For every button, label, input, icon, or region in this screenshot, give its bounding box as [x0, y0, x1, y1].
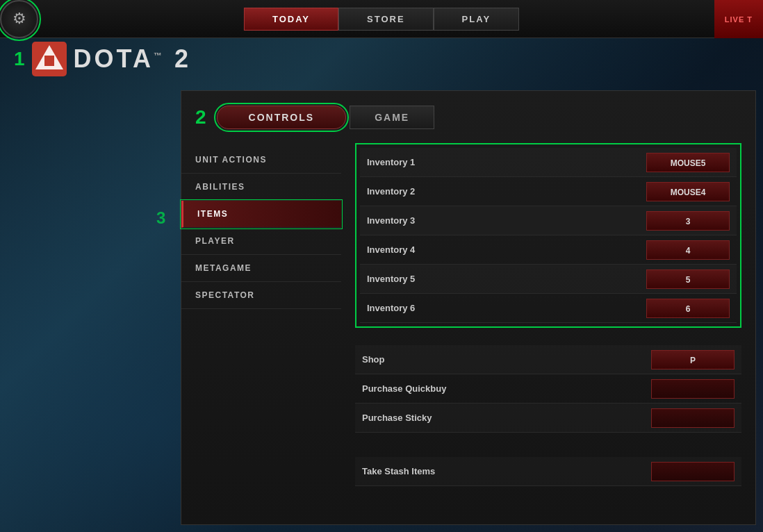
tab-bar: 2 CONTROLS GAME: [181, 91, 755, 133]
keybind-label-purchase-quickbuy: Purchase Quickbuy: [362, 383, 651, 394]
gear-icon: ⚙: [13, 10, 26, 28]
today-tab[interactable]: TODAY: [244, 8, 338, 31]
keybind-btn-inventory4[interactable]: 4: [646, 240, 730, 260]
keybind-label-inventory6: Inventory 6: [367, 303, 646, 313]
main-content: 2 CONTROLS GAME UNIT ACTIONS ABILITIES I…: [181, 90, 756, 525]
inventory-section: Inventory 1 MOUSE5 Inventory 2 MOUSE4 In…: [355, 143, 741, 328]
keybind-btn-purchase-quickbuy[interactable]: [651, 379, 735, 399]
keybind-btn-inventory2[interactable]: MOUSE4: [646, 182, 730, 201]
keybind-row-inventory6: Inventory 6 6: [360, 294, 737, 323]
keybind-label-inventory2: Inventory 2: [367, 186, 646, 197]
keybind-row-purchase-quickbuy: Purchase Quickbuy: [355, 374, 741, 404]
keybind-row-purchase-sticky: Purchase Sticky: [355, 404, 741, 433]
keybind-row-inventory1: Inventory 1 MOUSE5: [360, 148, 737, 177]
svg-rect-2: [44, 56, 54, 66]
keybind-btn-shop[interactable]: P: [651, 350, 735, 369]
nav-tabs: TODAY STORE PLAY: [244, 8, 519, 31]
keybind-row-inventory5: Inventory 5 5: [360, 265, 737, 294]
keybind-btn-take-stash[interactable]: [651, 462, 735, 481]
keybind-row-inventory4: Inventory 4 4: [360, 235, 737, 265]
sidebar-item-metagame[interactable]: METAGAME: [181, 255, 341, 282]
keybind-label-inventory1: Inventory 1: [367, 157, 646, 167]
shop-section: Shop P Purchase Quickbuy Purchase Sticky: [355, 345, 741, 433]
top-navigation: ⚙ TODAY STORE PLAY LIVE T: [0, 0, 763, 38]
sidebar-item-abilities[interactable]: ABILITIES: [181, 174, 341, 201]
right-panel: Inventory 1 MOUSE5 Inventory 2 MOUSE4 In…: [341, 140, 755, 524]
sidebar-item-unit-actions[interactable]: UNIT ACTIONS: [181, 147, 341, 174]
keybind-btn-inventory3[interactable]: 3: [646, 211, 730, 231]
game-tab[interactable]: GAME: [350, 106, 434, 129]
stash-section: Take Stash Items: [355, 457, 741, 486]
keybind-label-purchase-sticky: Purchase Sticky: [362, 413, 651, 423]
keybind-btn-inventory5[interactable]: 5: [646, 269, 730, 289]
keybind-btn-inventory1[interactable]: MOUSE5: [646, 153, 730, 172]
keybind-row-take-stash: Take Stash Items: [355, 457, 741, 486]
keybind-label-inventory4: Inventory 4: [367, 244, 646, 255]
content-body: UNIT ACTIONS ABILITIES ITEMS PLAYER META…: [181, 140, 755, 524]
logo-area: 1 DOTA™ 2: [14, 42, 191, 76]
keybind-label-shop: Shop: [362, 354, 651, 365]
left-sidebar: UNIT ACTIONS ABILITIES ITEMS PLAYER META…: [181, 140, 341, 524]
keybind-row-inventory3: Inventory 3 3: [360, 206, 737, 235]
keybind-label-take-stash: Take Stash Items: [362, 466, 651, 476]
controls-tab[interactable]: CONTROLS: [217, 106, 347, 129]
keybind-btn-inventory6[interactable]: 6: [646, 299, 730, 318]
sidebar-item-items[interactable]: ITEMS: [181, 201, 341, 228]
keybind-btn-purchase-sticky[interactable]: [651, 408, 735, 428]
sidebar-item-spectator[interactable]: SPECTATOR: [181, 282, 341, 309]
dota-title: DOTA™ 2: [74, 44, 191, 74]
gear-button[interactable]: ⚙: [0, 0, 38, 38]
annotation-1: 1: [14, 48, 25, 70]
keybind-row-shop: Shop P: [355, 345, 741, 374]
store-tab[interactable]: STORE: [338, 8, 434, 31]
annotation-2: 2: [195, 108, 206, 127]
dota-logo-icon: [32, 42, 67, 76]
play-tab[interactable]: PLAY: [434, 8, 519, 31]
sidebar-item-player[interactable]: PLAYER: [181, 228, 341, 255]
live-tab[interactable]: LIVE T: [714, 0, 763, 38]
keybind-label-inventory3: Inventory 3: [367, 215, 646, 226]
keybind-row-inventory2: Inventory 2 MOUSE4: [360, 177, 737, 206]
keybind-label-inventory5: Inventory 5: [367, 274, 646, 284]
